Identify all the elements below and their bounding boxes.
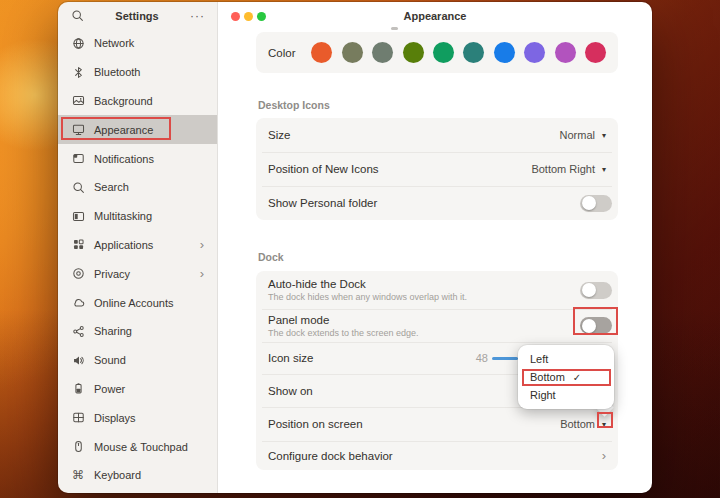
- mouse-icon: [71, 440, 85, 454]
- dropdown-value: Normal: [560, 129, 595, 141]
- search-icon[interactable]: [70, 9, 84, 23]
- caret-down-icon: ▾: [602, 165, 606, 174]
- color-swatch[interactable]: [342, 42, 363, 63]
- menu-dots-icon[interactable]: ···: [190, 12, 205, 20]
- settings-window: Settings ··· Network Bluetooth Backgroun…: [58, 2, 652, 493]
- color-swatch[interactable]: [585, 42, 606, 63]
- popup-item-label: Bottom: [530, 371, 565, 383]
- sidebar-item-label: Privacy: [94, 268, 130, 280]
- sidebar-item-keyboard[interactable]: ⌘ Keyboard: [58, 461, 217, 490]
- close-button[interactable]: [231, 12, 240, 21]
- network-icon: [71, 36, 85, 50]
- privacy-icon: [71, 267, 85, 281]
- row-label: Panel mode: [268, 314, 419, 326]
- sidebar-item-search[interactable]: Search: [58, 173, 217, 202]
- displays-icon: [71, 411, 85, 425]
- popup-item-label: Right: [530, 389, 556, 401]
- sidebar-item-power[interactable]: Power: [58, 375, 217, 404]
- sidebar-item-sharing[interactable]: Sharing: [58, 317, 217, 346]
- appearance-icon: [71, 123, 85, 137]
- share-icon: [71, 324, 85, 338]
- sidebar-item-mouse-touchpad[interactable]: Mouse & Touchpad: [58, 432, 217, 461]
- chevron-right-icon: ›: [200, 267, 204, 280]
- row-label: Position on screen: [268, 418, 363, 430]
- popup-item-bottom[interactable]: Bottom ✓: [518, 368, 614, 386]
- bluetooth-icon: [71, 65, 85, 79]
- page-title: Appearance: [218, 2, 652, 30]
- sidebar-item-label: Multitasking: [94, 210, 152, 222]
- popup-item-left[interactable]: Left: [518, 350, 614, 368]
- sidebar: Settings ··· Network Bluetooth Backgroun…: [58, 2, 218, 493]
- desktop-icons-card: Size Normal ▾ Position of New Icons Bott…: [256, 118, 618, 220]
- sidebar-item-multitasking[interactable]: Multitasking: [58, 202, 217, 231]
- check-icon: ✓: [573, 372, 581, 383]
- dropdown-value: Bottom: [560, 418, 595, 430]
- search-icon: [71, 180, 85, 194]
- titlebar: Appearance: [218, 2, 652, 30]
- row-subtitle: The dock hides when any windows overlap …: [268, 292, 467, 302]
- color-swatch[interactable]: [524, 42, 545, 63]
- color-swatch[interactable]: [433, 42, 454, 63]
- sidebar-item-label: Appearance: [94, 124, 153, 136]
- sidebar-item-applications[interactable]: Applications ›: [58, 231, 217, 260]
- zoom-button[interactable]: [257, 12, 266, 21]
- show-personal-folder-toggle[interactable]: [580, 195, 612, 212]
- color-label: Color: [268, 47, 295, 59]
- sidebar-item-label: Background: [94, 95, 153, 107]
- main-panel: Appearance Color: [218, 2, 652, 493]
- desktop-wallpaper: Settings ··· Network Bluetooth Backgroun…: [0, 0, 720, 498]
- show-personal-folder-row: Show Personal folder: [256, 186, 618, 220]
- icon-size-slider[interactable]: [492, 357, 518, 360]
- color-swatch[interactable]: [555, 42, 576, 63]
- sidebar-item-appearance[interactable]: Appearance: [58, 115, 217, 144]
- color-card: Color: [256, 32, 618, 73]
- sidebar-item-sound[interactable]: Sound: [58, 346, 217, 375]
- position-new-icons-value[interactable]: Bottom Right ▾: [531, 163, 606, 175]
- size-row[interactable]: Size Normal ▾: [256, 118, 618, 152]
- caret-down-icon: ▾: [602, 420, 606, 429]
- sidebar-item-label: Network: [94, 37, 134, 49]
- position-on-screen-value[interactable]: Bottom ▾: [560, 418, 606, 430]
- sidebar-item-label: Keyboard: [94, 469, 141, 481]
- autohide-dock-row: Auto-hide the Dock The dock hides when a…: [256, 271, 618, 309]
- sidebar-item-network[interactable]: Network: [58, 29, 217, 58]
- sidebar-item-bluetooth[interactable]: Bluetooth: [58, 58, 217, 87]
- sidebar-item-label: Bluetooth: [94, 66, 140, 78]
- color-swatch[interactable]: [463, 42, 484, 63]
- section-header-dock: Dock: [258, 251, 284, 263]
- color-swatch[interactable]: [311, 42, 332, 63]
- command-icon: ⌘: [71, 468, 85, 482]
- panel-mode-toggle[interactable]: [580, 317, 612, 334]
- color-swatch[interactable]: [403, 42, 424, 63]
- sidebar-item-privacy[interactable]: Privacy ›: [58, 259, 217, 288]
- sidebar-header: Settings ···: [58, 2, 217, 29]
- sidebar-item-label: Displays: [94, 412, 136, 424]
- position-on-screen-row: Position on screen Bottom ▾: [256, 407, 618, 441]
- position-popup-menu: Left Bottom ✓ Right: [518, 345, 614, 409]
- size-value[interactable]: Normal ▾: [560, 129, 606, 141]
- popup-item-right[interactable]: Right: [518, 386, 614, 404]
- sidebar-item-online-accounts[interactable]: Online Accounts: [58, 288, 217, 317]
- notifications-icon: [71, 152, 85, 166]
- popup-item-label: Left: [530, 353, 548, 365]
- row-subtitle: The dock extends to the screen edge.: [268, 328, 419, 338]
- sidebar-item-label: Sharing: [94, 325, 132, 337]
- sidebar-item-notifications[interactable]: Notifications: [58, 144, 217, 173]
- row-label: Show Personal folder: [268, 197, 377, 209]
- sidebar-item-label: Notifications: [94, 153, 154, 165]
- minimize-button[interactable]: [244, 12, 253, 21]
- color-swatch[interactable]: [494, 42, 515, 63]
- cloud-icon: [71, 296, 85, 310]
- position-new-icons-row[interactable]: Position of New Icons Bottom Right ▾: [256, 152, 618, 186]
- sidebar-item-displays[interactable]: Displays: [58, 403, 217, 432]
- dropdown-value: Bottom Right: [531, 163, 595, 175]
- sidebar-item-label: Power: [94, 383, 125, 395]
- color-swatch[interactable]: [372, 42, 393, 63]
- color-swatches: [311, 42, 606, 63]
- configure-dock-behavior-row[interactable]: Configure dock behavior ›: [256, 441, 618, 470]
- row-label: Auto-hide the Dock: [268, 278, 467, 290]
- chevron-right-icon: ›: [200, 238, 204, 251]
- panel-mode-row: Panel mode The dock extends to the scree…: [256, 309, 618, 342]
- autohide-dock-toggle[interactable]: [580, 282, 612, 299]
- sidebar-item-background[interactable]: Background: [58, 87, 217, 116]
